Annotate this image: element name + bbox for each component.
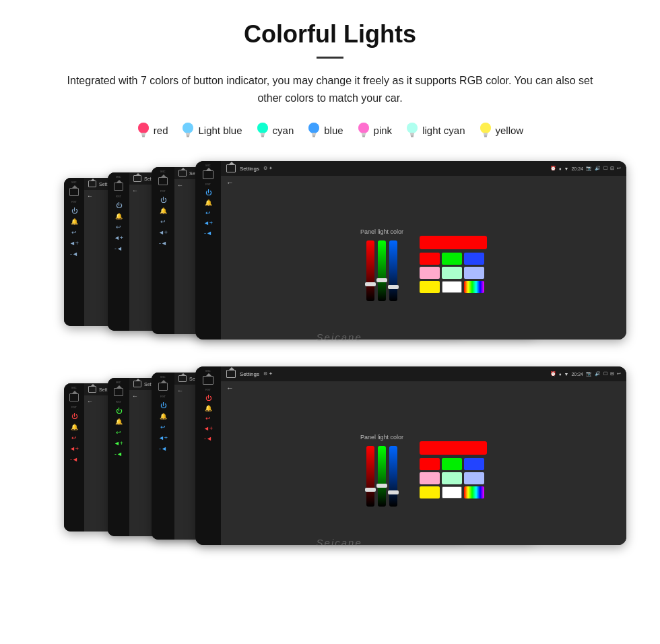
- svg-rect-8: [187, 135, 190, 136]
- color-label-blue: blue: [324, 125, 343, 136]
- color-label-yellow: yellow: [496, 125, 524, 136]
- page-title: Colorful Lights: [27, 20, 633, 49]
- svg-rect-24: [362, 136, 365, 137]
- svg-rect-19: [312, 136, 315, 137]
- svg-rect-18: [312, 135, 316, 136]
- svg-rect-29: [411, 136, 414, 137]
- panel-content: Panel light color: [221, 189, 626, 340]
- bulb-icon-pink: [357, 121, 370, 139]
- settings-label: Settings: [240, 166, 259, 172]
- svg-point-31: [480, 123, 491, 133]
- bulb-icon-yellow: [479, 121, 492, 139]
- svg-rect-12: [261, 133, 265, 135]
- status-time: 20:24: [571, 166, 583, 171]
- watermark-bottom: Seicane: [317, 537, 362, 548]
- svg-rect-7: [186, 133, 190, 135]
- color-item-blue: blue: [307, 121, 343, 139]
- color-label-cyan: cyan: [273, 125, 294, 136]
- svg-rect-14: [261, 136, 264, 137]
- description-text: Integrated with 7 colors of button indic…: [54, 72, 606, 106]
- main-device-bottom: MIC RST ⏻ 🔔 ↩ ◄+ -◄ Settings: [195, 366, 626, 545]
- bulb-icon-cyan: [256, 121, 269, 139]
- title-divider: [317, 57, 343, 59]
- color-item-pink: pink: [357, 121, 393, 139]
- svg-rect-22: [362, 133, 366, 135]
- svg-point-26: [407, 123, 418, 133]
- status-bar: Settings ⚙ ✦ ⏰♦▼ 20:24 📷🔊☐⊟↩: [221, 161, 626, 176]
- color-item-light-cyan: light cyan: [405, 121, 465, 139]
- bulb-icon-light-blue: [181, 121, 195, 139]
- color-label-light-cyan: light cyan: [422, 125, 465, 136]
- bulb-icon-red: [137, 121, 150, 139]
- svg-point-1: [138, 123, 149, 133]
- svg-rect-32: [484, 133, 488, 135]
- svg-rect-34: [484, 136, 487, 137]
- watermark-top: Seicane: [317, 331, 362, 343]
- color-label-red: red: [154, 125, 168, 136]
- svg-rect-17: [312, 133, 316, 135]
- color-item-cyan: cyan: [256, 121, 294, 139]
- color-swatches: [420, 236, 487, 293]
- svg-point-11: [257, 123, 268, 133]
- color-indicators-row: red Light blue cyan blue pink: [27, 121, 633, 139]
- color-item-yellow: yellow: [479, 121, 524, 139]
- svg-rect-28: [411, 135, 414, 136]
- svg-rect-2: [141, 133, 145, 135]
- bulb-icon-light-cyan: [405, 121, 419, 139]
- svg-rect-13: [261, 135, 264, 136]
- bulb-icon-blue: [307, 121, 321, 139]
- color-item-red: red: [137, 121, 168, 139]
- svg-rect-9: [187, 136, 189, 137]
- svg-point-16: [308, 123, 319, 133]
- svg-rect-4: [142, 136, 145, 137]
- panel-light-label: Panel light color: [360, 228, 403, 235]
- svg-rect-23: [362, 135, 365, 136]
- svg-point-21: [358, 123, 369, 133]
- page-container: Colorful Lights Integrated with 7 colors…: [0, 0, 660, 575]
- svg-rect-3: [141, 135, 145, 136]
- svg-rect-27: [410, 133, 414, 135]
- color-item-light-blue: Light blue: [181, 121, 242, 139]
- main-device-top: MIC RST ⏻ 🔔 ↩ ◄+ -◄ Settings: [195, 161, 626, 340]
- svg-rect-33: [484, 135, 487, 136]
- color-label-light-blue: Light blue: [198, 125, 242, 136]
- color-label-pink: pink: [374, 125, 393, 136]
- svg-point-6: [183, 123, 193, 133]
- back-arrow[interactable]: ←: [226, 179, 234, 187]
